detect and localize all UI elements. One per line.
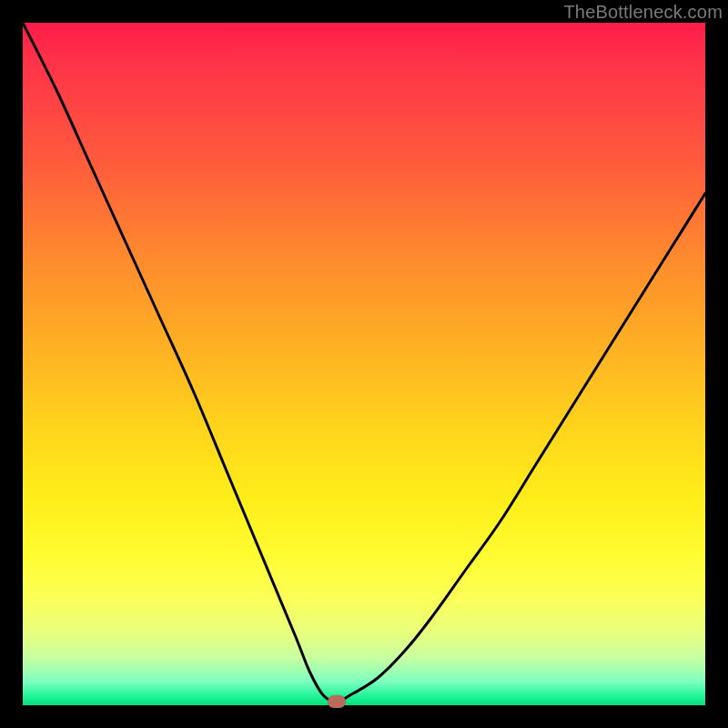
bottleneck-curve xyxy=(23,23,705,702)
chart-stage: TheBottleneck.com xyxy=(0,0,728,728)
plot-area xyxy=(23,23,705,705)
minimum-marker xyxy=(328,695,346,708)
curve-layer xyxy=(23,23,705,705)
watermark-text: TheBottleneck.com xyxy=(563,2,723,23)
